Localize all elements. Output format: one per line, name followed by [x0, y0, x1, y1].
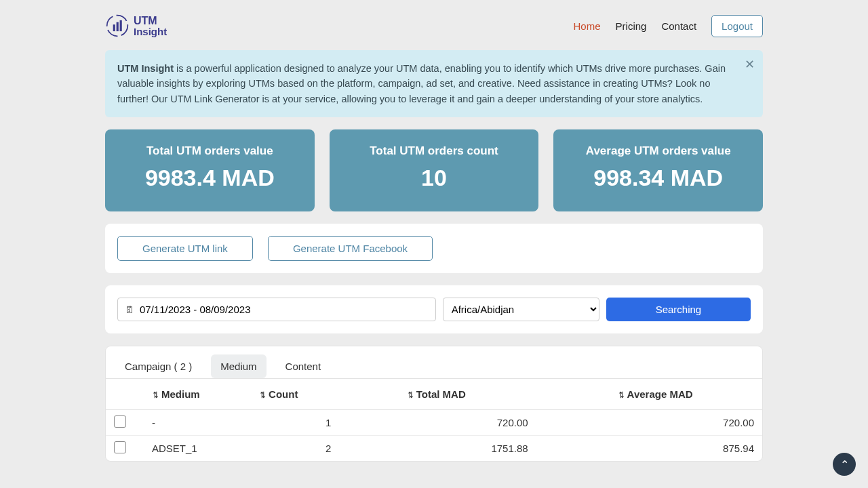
generate-utm-link-button[interactable]: Generate UTM link: [117, 236, 253, 261]
row-checkbox[interactable]: [114, 441, 126, 453]
stat-value: 998.34 MAD: [560, 165, 756, 191]
generate-utm-facebook-button[interactable]: Generate UTM Facebook: [268, 236, 433, 261]
nav-contact[interactable]: Contact: [661, 20, 696, 32]
cell-total: 720.00: [399, 410, 610, 436]
logo-icon: [105, 14, 130, 38]
logo[interactable]: UTM Insight: [105, 14, 167, 38]
calendar-icon: 🗓: [125, 304, 134, 315]
col-count[interactable]: ⇅Count: [251, 379, 399, 410]
stat-average-value: Average UTM orders value 998.34 MAD: [553, 129, 763, 211]
col-total[interactable]: ⇅Total MAD: [399, 379, 610, 410]
alert-title: UTM Insight: [117, 63, 174, 74]
nav-home[interactable]: Home: [574, 20, 601, 32]
cell-count: 2: [251, 436, 399, 462]
tab-content[interactable]: Content: [276, 354, 331, 378]
stat-value: 10: [336, 165, 532, 191]
info-alert: UTM Insight is a powerful application de…: [105, 50, 763, 117]
cell-medium: ADSET_1: [144, 436, 251, 462]
date-range-field[interactable]: [140, 304, 429, 315]
svg-rect-3: [120, 20, 122, 31]
generator-card: Generate UTM link Generate UTM Facebook: [105, 224, 763, 273]
search-button[interactable]: Searching: [606, 298, 751, 321]
cell-average: 720.00: [610, 410, 762, 436]
tab-medium[interactable]: Medium: [211, 354, 266, 378]
scroll-top-button[interactable]: ⌃: [833, 453, 856, 462]
close-icon[interactable]: ✕: [745, 57, 755, 72]
sort-icon: ⇅: [618, 390, 623, 400]
table-row: ADSET_1 2 1751.88 875.94: [106, 436, 762, 462]
tabs: Campaign ( 2 ) Medium Content: [106, 346, 762, 378]
sort-icon: ⇅: [260, 390, 265, 400]
tab-campaign[interactable]: Campaign ( 2 ): [115, 354, 201, 378]
stat-title: Total UTM orders count: [336, 144, 532, 158]
nav-pricing[interactable]: Pricing: [616, 20, 647, 32]
cell-medium: -: [144, 410, 251, 436]
results-table: ⇅Medium ⇅Count ⇅Total MAD ⇅Average MAD -…: [106, 378, 762, 461]
timezone-select[interactable]: Africa/Abidjan: [443, 298, 599, 321]
svg-rect-1: [113, 24, 115, 31]
filter-card: 🗓 Africa/Abidjan Searching: [105, 285, 763, 333]
date-range-input[interactable]: 🗓: [117, 298, 436, 321]
stat-title: Average UTM orders value: [560, 144, 756, 158]
cell-total: 1751.88: [399, 436, 610, 462]
nav: Home Pricing Contact Logout: [574, 15, 763, 37]
alert-text: is a powerful application designed to an…: [117, 63, 726, 104]
row-checkbox[interactable]: [114, 415, 126, 428]
chevron-up-icon: ⌃: [840, 458, 849, 462]
sort-icon: ⇅: [153, 390, 158, 400]
stat-title: Total UTM orders value: [112, 144, 308, 158]
sort-icon: ⇅: [408, 390, 412, 400]
logout-button[interactable]: Logout: [711, 15, 763, 37]
svg-rect-2: [117, 22, 119, 32]
results-card: Campaign ( 2 ) Medium Content ⇅Medium ⇅C…: [105, 346, 763, 462]
col-average[interactable]: ⇅Average MAD: [610, 379, 762, 410]
header: UTM Insight Home Pricing Contact Logout: [105, 9, 763, 50]
cell-average: 875.94: [610, 436, 762, 462]
logo-text: UTM Insight: [134, 16, 167, 37]
cell-count: 1: [251, 410, 399, 436]
stat-total-count: Total UTM orders count 10: [330, 129, 539, 211]
stat-value: 9983.4 MAD: [112, 165, 308, 191]
col-medium[interactable]: ⇅Medium: [144, 379, 251, 410]
stats-row: Total UTM orders value 9983.4 MAD Total …: [105, 129, 763, 211]
stat-total-value: Total UTM orders value 9983.4 MAD: [105, 129, 315, 211]
table-row: - 1 720.00 720.00: [106, 410, 762, 436]
